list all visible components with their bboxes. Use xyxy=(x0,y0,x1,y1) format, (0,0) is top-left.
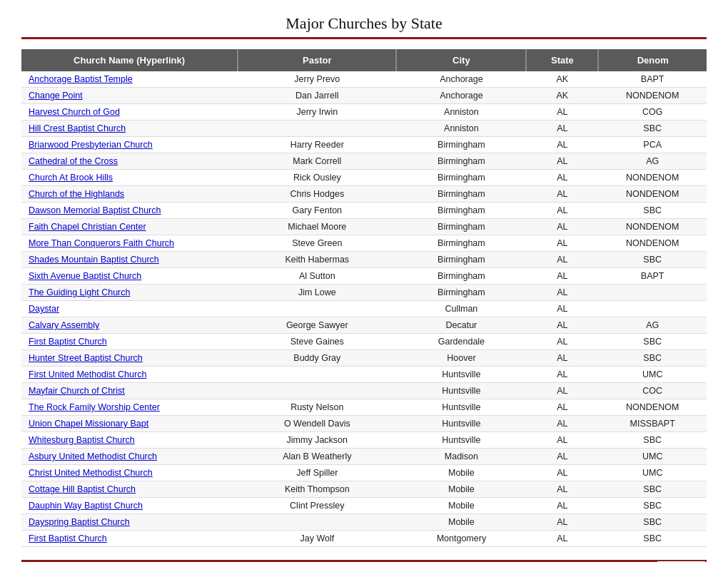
pastor-cell: O Wendell Davis xyxy=(238,416,396,432)
table-row: Change PointDan JarrellAnchorageAKNONDEN… xyxy=(21,88,707,104)
church-link[interactable]: Whitesburg Baptist Church xyxy=(29,435,135,445)
church-link[interactable]: Shades Mountain Baptist Church xyxy=(29,255,159,265)
church-link[interactable]: Cathedral of the Cross xyxy=(29,156,118,166)
table-row: Anchorage Baptist TempleJerry PrevoAncho… xyxy=(21,71,707,88)
church-link[interactable]: Church At Brook Hills xyxy=(29,173,113,183)
church-link[interactable]: First Baptist Church xyxy=(29,337,107,347)
city-cell: Birmingham xyxy=(396,252,526,268)
denom-cell: NONDENOM xyxy=(598,186,707,203)
church-link[interactable]: First Baptist Church xyxy=(29,533,107,543)
city-cell: Birmingham xyxy=(396,285,526,301)
church-link[interactable]: Briarwood Presbyterian Church xyxy=(29,140,153,150)
state-cell: AL xyxy=(526,350,598,367)
table-row: Shades Mountain Baptist ChurchKeith Habe… xyxy=(21,252,707,268)
denom-cell: UMC xyxy=(598,465,707,481)
table-row: The Guiding Light ChurchJim LoweBirmingh… xyxy=(21,285,707,301)
state-cell: AL xyxy=(526,317,598,334)
table-row: Hill Crest Baptist ChurchAnnistonALSBC xyxy=(21,121,707,137)
pastor-cell xyxy=(238,383,396,399)
church-link[interactable]: Harvest Church of God xyxy=(29,107,120,117)
city-cell: Birmingham xyxy=(396,203,526,219)
church-link[interactable]: Sixth Avenue Baptist Church xyxy=(29,271,141,281)
church-link[interactable]: Hunter Street Baptist Church xyxy=(29,353,143,363)
city-cell: Decatur xyxy=(396,317,526,334)
church-link[interactable]: Christ United Methodist Church xyxy=(29,468,153,478)
pastor-cell: Chris Hodges xyxy=(238,186,396,203)
denom-cell: PCA xyxy=(598,137,707,153)
church-link[interactable]: Change Point xyxy=(29,91,83,101)
church-link[interactable]: Hill Crest Baptist Church xyxy=(29,123,126,133)
church-link[interactable]: Church of the Highlands xyxy=(29,189,124,199)
church-link[interactable]: First United Methodist Church xyxy=(29,369,146,379)
header-city: City xyxy=(396,49,526,71)
pastor-cell: Mark Correll xyxy=(238,153,396,170)
denom-cell: BAPT xyxy=(598,71,707,88)
table-row: Dauphin Way Baptist ChurchClint Pressley… xyxy=(21,498,707,514)
denom-cell: SBC xyxy=(598,252,707,268)
church-link[interactable]: The Rock Family Worship Center xyxy=(29,402,160,412)
church-link[interactable]: Anchorage Baptist Temple xyxy=(29,74,133,84)
city-cell: Birmingham xyxy=(396,268,526,285)
state-cell: AL xyxy=(526,268,598,285)
church-link[interactable]: Dayspring Baptist Church xyxy=(29,517,130,527)
denom-cell: SBC xyxy=(598,203,707,219)
church-link[interactable]: Dawson Memorial Baptist Church xyxy=(29,205,161,215)
table-row: Faith Chapel Christian CenterMichael Moo… xyxy=(21,219,707,235)
pastor-cell: Harry Reeder xyxy=(238,137,396,153)
church-link[interactable]: Calvary Assembly xyxy=(29,320,99,330)
state-cell: AL xyxy=(526,481,598,498)
city-cell: Anniston xyxy=(396,121,526,137)
state-cell: AL xyxy=(526,301,598,317)
state-cell: AL xyxy=(526,383,598,399)
pastor-cell: Jeff Spiller xyxy=(238,465,396,481)
state-cell: AL xyxy=(526,465,598,481)
church-link[interactable]: More Than Conquerors Faith Church xyxy=(29,238,174,248)
pastor-cell: George Sawyer xyxy=(238,317,396,334)
state-cell: AL xyxy=(526,203,598,219)
state-cell: AL xyxy=(526,235,598,252)
pastor-cell: Rusty Nelson xyxy=(238,399,396,416)
state-cell: AL xyxy=(526,416,598,432)
city-cell: Cullman xyxy=(396,301,526,317)
city-cell: Birmingham xyxy=(396,219,526,235)
church-link[interactable]: Asbury United Methodist Church xyxy=(29,451,157,461)
table-row: Church At Brook HillsRick OusleyBirmingh… xyxy=(21,170,707,186)
city-cell: Anchorage xyxy=(396,88,526,104)
pastor-cell xyxy=(238,514,396,531)
city-cell: Mobile xyxy=(396,481,526,498)
state-cell: AL xyxy=(526,153,598,170)
pastor-cell: Gary Fenton xyxy=(238,203,396,219)
table-row: Hunter Street Baptist ChurchBuddy GrayHo… xyxy=(21,350,707,367)
table-row: Asbury United Methodist ChurchAlan B Wea… xyxy=(21,449,707,465)
church-link[interactable]: Mayfair Church of Christ xyxy=(29,386,125,396)
church-link[interactable]: The Guiding Light Church xyxy=(29,287,130,297)
denom-cell: NONDENOM xyxy=(598,170,707,186)
church-link[interactable]: Faith Chapel Christian Center xyxy=(29,222,146,232)
state-cell: AL xyxy=(526,449,598,465)
pastor-cell: Steve Gaines xyxy=(238,334,396,350)
state-cell: AL xyxy=(526,367,598,383)
pastor-cell: Jerry Prevo xyxy=(238,71,396,88)
state-cell: AL xyxy=(526,285,598,301)
denom-cell: SBC xyxy=(598,432,707,449)
church-link[interactable]: Dauphin Way Baptist Church xyxy=(29,501,143,511)
churches-table: Church Name (Hyperlink) Pastor City Stat… xyxy=(21,49,707,547)
pastor-cell: Keith Thompson xyxy=(238,481,396,498)
city-cell: Hoover xyxy=(396,350,526,367)
table-row: First Baptist ChurchSteve GainesGardenda… xyxy=(21,334,707,350)
header-church-name: Church Name (Hyperlink) xyxy=(21,49,238,71)
denom-cell: NONDENOM xyxy=(598,88,707,104)
state-cell: AL xyxy=(526,432,598,449)
city-cell: Birmingham xyxy=(396,186,526,203)
pastor-cell: Buddy Gray xyxy=(238,350,396,367)
denom-cell: AG xyxy=(598,317,707,334)
denom-cell: SBC xyxy=(598,531,707,547)
church-link[interactable]: Union Chapel Missionary Bapt xyxy=(29,419,148,429)
state-cell: AL xyxy=(526,219,598,235)
header-denom: Denom xyxy=(598,49,707,71)
state-cell: AL xyxy=(526,399,598,416)
church-link[interactable]: Daystar xyxy=(29,304,59,314)
pastor-cell: Alan B Weatherly xyxy=(238,449,396,465)
church-link[interactable]: Cottage Hill Baptist Church xyxy=(29,484,136,494)
table-row: First United Methodist ChurchHuntsvilleA… xyxy=(21,367,707,383)
